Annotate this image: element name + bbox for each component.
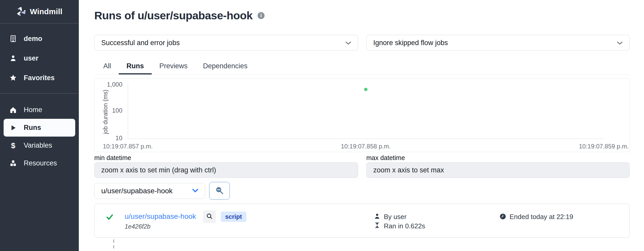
y-tick: 100 bbox=[97, 107, 122, 114]
person-icon bbox=[9, 54, 17, 62]
info-icon[interactable] bbox=[258, 12, 265, 19]
status-filter-select[interactable]: Successful and error jobs bbox=[94, 35, 358, 51]
inspect-run-button[interactable] bbox=[203, 210, 216, 223]
run-ended: Ended today at 22:19 bbox=[510, 213, 573, 221]
windmill-logo-icon bbox=[16, 6, 26, 17]
job-kind-badge: script bbox=[221, 212, 246, 222]
runs-page: Windmill demo bbox=[0, 0, 644, 251]
tab-all[interactable]: All bbox=[96, 59, 119, 74]
script-path-value: u/user/supabase-hook bbox=[101, 187, 173, 195]
flow-filter-value: Ignore skipped flow jobs bbox=[373, 39, 448, 47]
nav-label-resources: Resources bbox=[24, 159, 57, 167]
x-tick: 10:19:07.858 p.m. bbox=[341, 143, 391, 150]
tab-runs[interactable]: Runs bbox=[119, 59, 152, 74]
job-duration-point[interactable] bbox=[364, 88, 368, 91]
nav-label-home: Home bbox=[24, 106, 42, 114]
home-icon bbox=[9, 106, 17, 114]
x-tick: 10:19:07.859 p.m. bbox=[579, 143, 629, 150]
run-by: By user bbox=[384, 213, 406, 221]
status-filter-value: Successful and error jobs bbox=[101, 39, 180, 47]
sidebar-nav: Home Runs $ Variables bbox=[0, 101, 79, 172]
timeline-dash bbox=[113, 239, 114, 243]
person-icon bbox=[374, 213, 381, 220]
sidebar-item-favorites[interactable]: Favorites bbox=[0, 68, 79, 88]
cubes-icon bbox=[9, 160, 17, 167]
sidebar-item-resources[interactable]: Resources bbox=[0, 154, 79, 172]
sidebar-divider bbox=[0, 93, 79, 94]
max-datetime-label: max datetime bbox=[366, 154, 405, 162]
workspace-label: demo bbox=[24, 35, 42, 43]
hourglass-icon bbox=[374, 222, 382, 230]
sidebar-item-runs[interactable]: Runs bbox=[4, 119, 75, 137]
flow-filter-select[interactable]: Ignore skipped flow jobs bbox=[366, 35, 630, 51]
page-title-text: Runs of u/user/supabase-hook bbox=[94, 9, 252, 22]
sidebar-item-user[interactable]: user bbox=[0, 48, 79, 68]
brand-name: Windmill bbox=[30, 7, 62, 16]
min-datetime-label: min datetime bbox=[94, 154, 131, 162]
run-path-link[interactable]: u/user/supabase-hook bbox=[125, 212, 196, 221]
play-icon bbox=[9, 124, 17, 132]
dollar-icon: $ bbox=[9, 142, 17, 149]
sidebar: Windmill demo bbox=[0, 0, 79, 251]
sidebar-item-workspace[interactable]: demo bbox=[0, 29, 79, 48]
run-row: u/user/supabase-hook script 1e426f2b By … bbox=[94, 204, 630, 238]
y-tick: 10 bbox=[97, 135, 122, 142]
workspace-logo[interactable]: Windmill bbox=[0, 0, 79, 23]
zoom-out-button[interactable] bbox=[209, 182, 230, 200]
star-icon bbox=[9, 74, 17, 82]
sidebar-item-home[interactable]: Home bbox=[0, 101, 79, 119]
script-path-select[interactable]: u/user/supabase-hook bbox=[94, 183, 205, 199]
page-title: Runs of u/user/supabase-hook bbox=[94, 9, 265, 22]
job-kind-tabs: All Runs Previews Dependencies bbox=[94, 59, 630, 75]
sidebar-item-variables[interactable]: $ Variables bbox=[0, 137, 79, 154]
tab-dependencies[interactable]: Dependencies bbox=[195, 59, 255, 74]
tab-previews[interactable]: Previews bbox=[152, 59, 196, 74]
search-icon bbox=[206, 213, 213, 221]
success-check-icon bbox=[106, 213, 114, 222]
max-datetime-input[interactable] bbox=[366, 162, 630, 178]
run-duration: Ran in 0.622s bbox=[384, 222, 425, 230]
nav-label-runs: Runs bbox=[24, 124, 41, 132]
min-datetime-input[interactable] bbox=[94, 162, 358, 178]
chevron-down-icon bbox=[191, 187, 199, 195]
chevron-down-icon bbox=[345, 39, 352, 47]
x-tick: 10:19:07.857 p.m. bbox=[103, 143, 152, 150]
duration-chart[interactable]: job duration (ms) 1,000 100 10 10:19:07.… bbox=[94, 78, 630, 152]
favorites-label: Favorites bbox=[24, 74, 55, 82]
x-axis-line bbox=[128, 139, 604, 139]
nav-label-variables: Variables bbox=[24, 141, 52, 149]
clock-icon bbox=[499, 213, 507, 221]
y-axis-line bbox=[128, 83, 128, 139]
sidebar-divider bbox=[0, 23, 79, 23]
sidebar-workspace-group: demo user Favorites bbox=[0, 29, 79, 88]
building-icon bbox=[9, 35, 17, 43]
y-tick: 1,000 bbox=[97, 81, 122, 88]
chevron-down-icon bbox=[616, 39, 623, 47]
user-label: user bbox=[24, 54, 38, 62]
timeline-dash bbox=[113, 245, 114, 248]
run-id: 1e426f2b bbox=[125, 223, 150, 230]
search-minus-icon bbox=[215, 186, 224, 196]
